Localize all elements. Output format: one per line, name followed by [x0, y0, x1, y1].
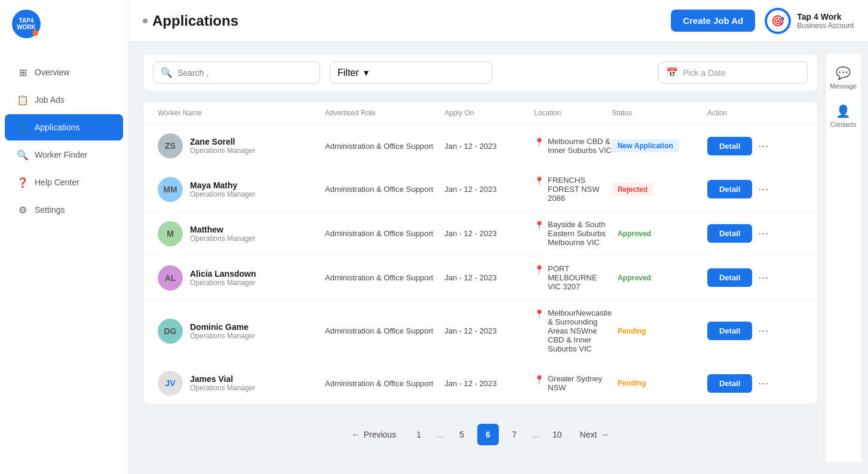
- status-badge-cell: Approved: [612, 271, 707, 285]
- table-row: AL Alicia Lansdown Operations Manager Ad…: [143, 256, 817, 300]
- right-panel-message[interactable]: 💬 Message: [830, 66, 857, 90]
- sidebar-item-help-center[interactable]: ❓ Help Center: [5, 169, 123, 195]
- previous-button[interactable]: ← Previous: [345, 425, 403, 444]
- advertised-role: Administration & Office Support: [325, 273, 444, 282]
- location-icon: 📍: [534, 309, 544, 319]
- filter-label: Filter: [338, 68, 359, 78]
- sidebar: TAP4WORK ⊞ Overview 📋 Job Ads 👤 Applicat…: [0, 0, 128, 474]
- worker-role: Operations Manager: [190, 279, 256, 287]
- right-panel-contacts[interactable]: 👤 Contacts: [830, 104, 856, 128]
- detail-button[interactable]: Detail: [707, 137, 752, 155]
- page-7[interactable]: 7: [504, 424, 525, 445]
- detail-button[interactable]: Detail: [707, 374, 752, 393]
- next-button[interactable]: Next →: [572, 425, 616, 444]
- worker-role: Operations Manager: [190, 384, 255, 392]
- action-cell: Detail ···: [707, 322, 803, 340]
- worker-info: James Vial Operations Manager: [190, 374, 255, 392]
- detail-button[interactable]: Detail: [707, 224, 752, 243]
- more-options-button[interactable]: ···: [758, 377, 769, 390]
- detail-button[interactable]: Detail: [707, 268, 752, 287]
- settings-icon: ⚙: [17, 204, 29, 216]
- apply-on: Jan - 12 - 2023: [444, 185, 534, 194]
- col-action: Action: [707, 109, 803, 117]
- avatar: 🎯: [765, 8, 791, 34]
- page-10[interactable]: 10: [546, 424, 568, 445]
- sidebar-item-worker-finder[interactable]: 🔍 Worker Finder: [5, 142, 123, 168]
- more-options-button[interactable]: ···: [758, 183, 769, 195]
- worker-name: Dominic Game: [190, 322, 255, 332]
- worker-role: Operations Manager: [190, 332, 255, 340]
- location-cell: 📍 PORT MELBOURNE VIC 3207: [534, 264, 612, 291]
- location-icon: 📍: [534, 375, 544, 384]
- logo-icon: TAP4WORK: [12, 10, 41, 38]
- col-apply-on: Apply On: [444, 109, 534, 117]
- date-placeholder: Pick a Date: [683, 68, 726, 78]
- right-panel: 💬 Message 👤 Contacts: [825, 54, 861, 462]
- create-job-button[interactable]: Create Job Ad: [671, 10, 755, 32]
- header-left: Applications: [143, 13, 238, 29]
- help-icon: ❓: [17, 176, 29, 188]
- filter-section[interactable]: Filter ▾: [330, 62, 492, 84]
- main-panel: 🔍 Filter ▾ 📅 Pick a Date Worker Name Adv…: [143, 54, 818, 462]
- location: FRENCHS FOREST NSW 2086: [548, 176, 612, 203]
- worker-role: Operations Manager: [190, 146, 255, 155]
- apply-on: Jan - 12 - 2023: [444, 229, 534, 238]
- sidebar-item-label-worker-finder: Worker Finder: [35, 150, 87, 160]
- page-5[interactable]: 5: [451, 424, 473, 445]
- more-options-button[interactable]: ···: [758, 227, 769, 240]
- detail-button[interactable]: Detail: [707, 322, 752, 340]
- action-cell: Detail ···: [707, 374, 803, 393]
- search-box[interactable]: 🔍: [153, 62, 320, 84]
- logo: TAP4WORK: [0, 0, 128, 48]
- advertised-role: Administration & Office Support: [325, 229, 444, 238]
- worker-role: Operations Manager: [190, 234, 255, 243]
- more-options-button[interactable]: ···: [758, 271, 769, 284]
- location: Greater Sydney NSW: [548, 374, 612, 392]
- worker-info: Alicia Lansdown Operations Manager: [190, 269, 256, 287]
- apply-on: Jan - 12 - 2023: [444, 273, 534, 282]
- sidebar-item-label-applications: Applications: [35, 123, 80, 132]
- pagination: ← Previous 1 ... 5 6 7 ... 10 Next →: [143, 414, 818, 455]
- date-picker[interactable]: 📅 Pick a Date: [658, 62, 808, 84]
- worker-name: Matthew: [190, 225, 255, 234]
- ellipsis-1: ...: [434, 430, 446, 439]
- header: Applications Create Job Ad 🎯 Tap 4 Work …: [128, 0, 868, 42]
- sidebar-item-settings[interactable]: ⚙ Settings: [5, 197, 123, 223]
- location-icon: 📍: [534, 137, 544, 147]
- col-status: Status: [612, 109, 707, 117]
- main-area: Applications Create Job Ad 🎯 Tap 4 Work …: [128, 0, 868, 474]
- advertised-role: Administration & Office Support: [325, 326, 444, 335]
- detail-button[interactable]: Detail: [707, 180, 752, 198]
- worker-avatar: DG: [158, 319, 183, 344]
- worker-name: Alicia Lansdown: [190, 269, 256, 279]
- location: PORT MELBOURNE VIC 3207: [548, 264, 612, 291]
- location: MelbourNewcastle & Surrounding Areas NSW…: [548, 308, 612, 353]
- page-6[interactable]: 6: [477, 424, 499, 445]
- ellipsis-2: ...: [530, 430, 542, 439]
- sidebar-item-overview[interactable]: ⊞ Overview: [5, 59, 123, 85]
- sidebar-item-applications[interactable]: 👤 Applications: [5, 114, 123, 140]
- location-cell: 📍 Greater Sydney NSW: [534, 374, 612, 392]
- location-icon: 📍: [534, 265, 544, 274]
- apply-on: Jan - 12 - 2023: [444, 142, 534, 151]
- search-input[interactable]: [177, 68, 312, 78]
- worker-name: Zane Sorell: [190, 137, 255, 146]
- page-1[interactable]: 1: [408, 424, 430, 445]
- status-badge: Rejected: [612, 183, 654, 196]
- status-badge: Pending: [612, 377, 652, 390]
- status-badge-cell: New Application: [612, 139, 707, 152]
- status-badge: Pending: [612, 325, 652, 338]
- worker-role: Operations Manager: [190, 190, 255, 198]
- table-row: JV James Vial Operations Manager Adminis…: [143, 362, 817, 404]
- table-row: ZS Zane Sorell Operations Manager Admini…: [143, 125, 817, 167]
- col-advertised-role: Advertised Role: [325, 109, 444, 117]
- worker-cell: M Matthew Operations Manager: [158, 221, 325, 246]
- action-cell: Detail ···: [707, 137, 803, 155]
- sidebar-item-job-ads[interactable]: 📋 Job Ads: [5, 87, 123, 113]
- applications-icon: 👤: [17, 121, 29, 133]
- more-options-button[interactable]: ···: [758, 140, 769, 152]
- apply-on: Jan - 12 - 2023: [444, 379, 534, 388]
- more-options-button[interactable]: ···: [758, 325, 769, 337]
- sidebar-item-label-overview: Overview: [35, 68, 69, 77]
- worker-info: Matthew Operations Manager: [190, 225, 255, 243]
